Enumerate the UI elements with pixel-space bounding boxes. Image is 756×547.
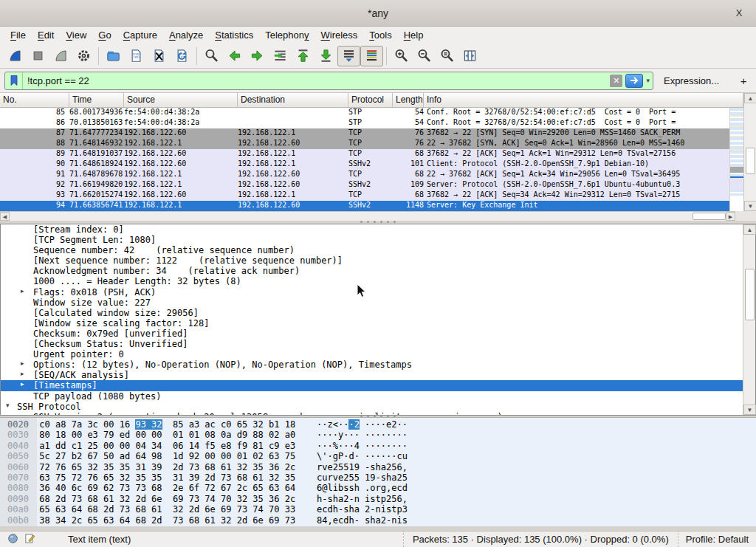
apply-filter-icon[interactable] xyxy=(625,74,643,88)
display-filter-box[interactable]: ✕ ▾ xyxy=(4,72,653,90)
menu-wireless[interactable]: Wireless xyxy=(315,27,364,44)
detail-line[interactable]: ▸[Timestamps] xyxy=(1,380,743,391)
restart-capture-icon[interactable] xyxy=(49,46,72,66)
scroll-up-icon[interactable]: ▲ xyxy=(744,93,756,103)
hex-row-0030[interactable]: 0030 80 18 00 e3 79 ed 00 00 01 01 08 0a… xyxy=(0,430,756,440)
collapsed-arrow-icon[interactable]: ▸ xyxy=(21,380,24,388)
capture-options-icon[interactable] xyxy=(72,46,95,66)
scroll-down-icon[interactable]: ▼ xyxy=(743,405,756,415)
detail-line[interactable]: Acknowledgment number: 34 (relative ack … xyxy=(1,266,743,276)
hex-row-0040[interactable]: 0040 a1 dd c1 25 00 00 04 34 06 14 f5 e8… xyxy=(0,441,756,451)
colorize-icon[interactable] xyxy=(360,46,383,66)
hex-row-0080[interactable]: 0080 36 40 6c 69 62 73 73 68 2e 6f 72 67… xyxy=(0,483,756,493)
go-forward-icon[interactable] xyxy=(246,46,269,66)
go-last-packet-icon[interactable] xyxy=(315,46,337,66)
detail-line[interactable]: Sequence number: 42 (relative sequence n… xyxy=(1,245,743,255)
detail-line[interactable]: [Checksum Status: Unverified] xyxy=(1,339,743,349)
packet-list-minimap[interactable] xyxy=(729,108,743,211)
column-header-info[interactable]: Info xyxy=(424,93,743,107)
detail-line[interactable]: [Next sequence number: 1122 (relative se… xyxy=(1,255,743,266)
column-header-time[interactable]: Time xyxy=(69,93,124,107)
packet-row-94[interactable]: 9471.663856741192.168.122.1192.168.122.6… xyxy=(0,201,729,211)
detail-line[interactable]: ▸Flags: 0x018 (PSH, ACK) xyxy=(1,287,743,297)
scroll-down-icon[interactable]: ▼ xyxy=(744,201,756,211)
detail-line[interactable]: [Calculated window size: 29056] xyxy=(1,308,743,318)
detail-line[interactable]: Window size value: 227 xyxy=(1,297,743,308)
go-back-icon[interactable] xyxy=(223,46,246,66)
stop-capture-icon[interactable] xyxy=(27,46,49,66)
packet-row-85[interactable]: 8568.001734936fe:54:00:d4:38:2aSTP54Conf… xyxy=(0,108,729,118)
menu-edit[interactable]: Edit xyxy=(32,27,60,44)
profile-button[interactable]: Profile: Default xyxy=(678,531,756,547)
collapsed-arrow-icon[interactable]: ▸ xyxy=(21,370,24,377)
menu-analyze[interactable]: Analyze xyxy=(163,27,209,44)
packet-row-92[interactable]: 9271.661949820192.168.122.1192.168.122.6… xyxy=(0,180,729,190)
column-header-protocol[interactable]: Protocol xyxy=(348,93,393,107)
detail-line[interactable]: [Stream index: 0] xyxy=(1,224,743,235)
selected-bytes[interactable]: ·2 xyxy=(348,419,359,430)
menu-capture[interactable]: Capture xyxy=(117,27,163,44)
detail-line[interactable]: TCP payload (1080 bytes) xyxy=(1,391,743,402)
packet-row-88[interactable]: 8871.648146932192.168.122.1192.168.122.6… xyxy=(0,139,729,149)
zoom-out-icon[interactable] xyxy=(413,46,436,66)
packet-list-header[interactable]: No.TimeSourceDestinationProtocolLengthIn… xyxy=(0,93,743,108)
collapsed-arrow-icon[interactable]: ▸ xyxy=(21,287,24,295)
menu-tools[interactable]: Tools xyxy=(363,27,397,44)
packet-row-93[interactable]: 9371.662015274192.168.122.60192.168.122.… xyxy=(0,190,729,201)
hex-row-0060[interactable]: 0060 72 76 65 32 35 35 31 39 2d 73 68 61… xyxy=(0,462,756,472)
expression-button[interactable]: Expression... xyxy=(664,75,719,86)
reload-file-icon[interactable]: 01011011 xyxy=(171,46,193,66)
detail-line[interactable]: [TCP Segment Len: 1080] xyxy=(1,235,743,245)
detail-line[interactable]: ▸Options: (12 bytes), No-Operation (NOP)… xyxy=(1,359,743,370)
packet-row-89[interactable]: 8971.648191037192.168.122.60192.168.122.… xyxy=(0,149,729,159)
hex-row-0050[interactable]: 0050 5c 27 b2 67 50 ad 64 98 1d 92 00 00… xyxy=(0,451,756,461)
hex-row-00a0[interactable]: 00a0 65 63 64 68 2d 73 68 61 32 2d 6e 69… xyxy=(0,504,756,515)
hex-row-0090[interactable]: 0090 68 2d 73 68 61 32 2d 6e 69 73 74 70… xyxy=(0,494,756,504)
packet-row-91[interactable]: 9171.648789678192.168.122.1192.168.122.6… xyxy=(0,170,729,180)
clear-filter-icon[interactable]: ✕ xyxy=(610,75,622,87)
save-file-icon[interactable]: 01011011 xyxy=(125,46,148,66)
packet-list-hscrollbar[interactable]: ◀ ▶ xyxy=(0,211,735,221)
filter-history-caret-icon[interactable]: ▾ xyxy=(645,77,653,84)
resize-columns-icon[interactable] xyxy=(458,46,481,66)
detail-line[interactable]: 1000 .... = Header Length: 32 bytes (8) xyxy=(1,276,743,286)
auto-scroll-icon[interactable] xyxy=(337,46,360,66)
scroll-left-icon[interactable]: ◀ xyxy=(0,212,10,221)
zoom-in-icon[interactable] xyxy=(390,46,413,66)
selected-bytes[interactable]: 93 32 xyxy=(135,419,162,430)
hex-row-00b0[interactable]: 00b0 38 34 2c 65 63 64 68 2d 73 68 61 32… xyxy=(0,515,756,526)
menu-statistics[interactable]: Statistics xyxy=(209,27,259,44)
hscroll-thumb[interactable] xyxy=(693,213,726,220)
display-filter-input[interactable] xyxy=(23,75,610,86)
go-first-packet-icon[interactable] xyxy=(292,46,315,66)
filter-bookmark-icon[interactable] xyxy=(5,72,23,89)
add-filter-button[interactable]: + xyxy=(735,75,752,87)
open-file-icon[interactable] xyxy=(102,46,125,66)
collapsed-arrow-icon[interactable]: ▸ xyxy=(21,412,24,416)
detail-line[interactable]: ▸[SEQ/ACK analysis] xyxy=(1,370,743,380)
menu-view[interactable]: View xyxy=(60,27,92,44)
expanded-arrow-icon[interactable]: ▾ xyxy=(6,402,10,409)
menu-go[interactable]: Go xyxy=(92,27,117,44)
find-packet-icon[interactable] xyxy=(200,46,223,66)
scroll-up-icon[interactable]: ▲ xyxy=(743,224,756,235)
column-header-no[interactable]: No. xyxy=(0,93,69,107)
details-scrollbar[interactable]: ▲ ▼ xyxy=(743,224,755,415)
close-window-button[interactable]: X xyxy=(732,0,746,27)
packet-list-scrollbar[interactable]: ▲ ▼ xyxy=(743,93,756,211)
close-file-icon[interactable]: 01011011 xyxy=(148,46,171,66)
menu-help[interactable]: Help xyxy=(398,27,430,44)
capture-comment-icon[interactable] xyxy=(24,533,35,546)
start-capture-icon[interactable] xyxy=(4,46,27,66)
hex-row-0070[interactable]: 0070 63 75 72 76 65 32 35 35 31 39 2d 73… xyxy=(0,472,756,483)
go-to-packet-icon[interactable] xyxy=(269,46,292,66)
column-header-source[interactable]: Source xyxy=(124,93,238,107)
column-header-length[interactable]: Length xyxy=(393,93,424,107)
expert-info-icon[interactable] xyxy=(7,533,18,546)
column-header-destination[interactable]: Destination xyxy=(238,93,348,107)
menu-file[interactable]: File xyxy=(4,27,32,44)
detail-line[interactable]: ▾SSH Protocol xyxy=(1,402,743,412)
hex-row-0020[interactable]: 0020 c0 a8 7a 3c 00 16 93 32 85 a3 ac c0… xyxy=(0,419,756,430)
detail-line[interactable]: Urgent pointer: 0 xyxy=(1,349,743,359)
scroll-thumb[interactable] xyxy=(745,269,755,320)
